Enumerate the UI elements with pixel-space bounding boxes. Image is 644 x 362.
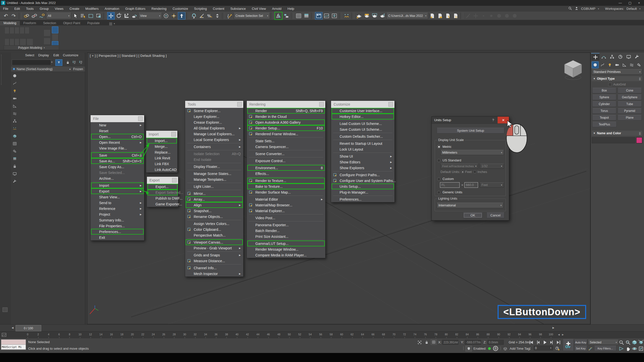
custom-radio[interactable] xyxy=(437,177,440,181)
account-name[interactable]: CGBUMP xyxy=(581,7,595,11)
import_sub-menu-pin-icon[interactable] xyxy=(171,132,176,137)
menu-item-import[interactable]: Import... xyxy=(146,138,177,144)
help-icon[interactable]: ? xyxy=(492,118,494,122)
bind-spacewarp-icon[interactable] xyxy=(38,12,46,20)
customize-menu-pin-icon[interactable] xyxy=(388,102,393,107)
plus-disabled-icon[interactable] xyxy=(472,12,479,20)
caddy-shield-icon[interactable] xyxy=(465,346,472,351)
menu-item-all-global-explorers[interactable]: All Global Explorers▶ xyxy=(185,125,243,131)
mirror-icon[interactable] xyxy=(275,12,282,20)
menu-item-channel-info[interactable]: Channel Info... xyxy=(185,265,243,271)
ribbon-config-icon[interactable] xyxy=(109,22,112,25)
menu-item-share-view[interactable]: Share View... xyxy=(91,194,144,200)
menu-item-manage-templates[interactable]: Manage Templates... xyxy=(185,176,243,182)
close-button[interactable]: × xyxy=(638,1,640,5)
object-name-field[interactable] xyxy=(592,137,635,143)
menu-item-mirror[interactable]: Mirror... xyxy=(185,191,243,196)
menu-item-open-autodesk-a360-gallery[interactable]: Open Autodesk A360 Gallery xyxy=(247,119,325,125)
mini-track-icon[interactable] xyxy=(343,12,350,20)
time-slider-track[interactable]: ◀ 0 / 100 ▶ xyxy=(0,324,644,332)
create-pyramid-button[interactable]: Pyramid xyxy=(618,108,642,114)
search-clear-icon[interactable]: × xyxy=(51,60,53,64)
select-by-name-icon[interactable] xyxy=(79,12,87,20)
menu-item-rename-objects[interactable]: Rename Objects... xyxy=(185,214,243,219)
subtab-systems[interactable] xyxy=(635,61,642,68)
snap-angle-icon[interactable] xyxy=(198,12,206,20)
workspaces-value[interactable]: Default xyxy=(626,7,637,11)
menu-item-measure-distance[interactable]: Measure Distance... xyxy=(185,258,243,264)
us-unit-dropdown[interactable]: Feet w/Fractional Inches▾ xyxy=(440,164,478,169)
menu-item-camera-sequencer[interactable]: Camera Sequencer... xyxy=(247,144,325,150)
hidden-icon[interactable] xyxy=(13,172,17,177)
select-scale-icon[interactable] xyxy=(123,12,130,20)
particles-icon[interactable] xyxy=(13,126,17,132)
explorer-menu-edit[interactable]: Edit xyxy=(53,53,59,57)
ribbon-tab-object-paint[interactable]: Object Paint xyxy=(60,21,84,25)
menu-item-end-isolate[interactable]: End Isolate xyxy=(185,157,243,162)
add-time-tag[interactable]: Add Time Tag xyxy=(510,347,530,350)
menu-item-print-size-assistant[interactable]: Print Size Assistant... xyxy=(247,234,325,239)
select-manipulate-icon[interactable] xyxy=(170,12,178,20)
ribbon-tab-populate[interactable]: Populate xyxy=(84,21,103,25)
menu-group[interactable]: Group xyxy=(37,6,52,12)
explorer-menu-customize[interactable]: Customize xyxy=(63,53,78,57)
create-cylinder-button[interactable]: Cylinder xyxy=(592,101,616,107)
selection-lock-icon[interactable] xyxy=(424,339,430,345)
menu-item-render-to-texture[interactable]: Render to Texture... xyxy=(247,178,325,184)
snap-3d-icon[interactable]: 3 xyxy=(190,12,198,20)
menu-item-material-editor[interactable]: Material Editor▶ xyxy=(247,196,325,202)
scene-script-gear-icon[interactable] xyxy=(428,12,436,20)
viewport-label[interactable]: [ + ] [ Perspective ] [ Standard ] [ Def… xyxy=(90,54,167,58)
menu-item-show-editors[interactable]: Show Editors▶ xyxy=(331,159,394,165)
menu-item-link-fbx[interactable]: Link FBX xyxy=(146,161,177,167)
rendered-frame-icon[interactable] xyxy=(371,12,378,20)
tab-motion[interactable] xyxy=(616,53,624,61)
menu-item-load-custom-ui-scheme[interactable]: Load Custom UI Scheme... xyxy=(331,121,394,126)
frozen-icon[interactable] xyxy=(13,164,17,169)
selection-filter-dropdown[interactable]: All▾ xyxy=(46,13,71,19)
menu-item-save-as[interactable]: Save As...Shift+Ctrl+S xyxy=(91,158,144,164)
dot-large-icon[interactable] xyxy=(503,12,511,20)
metric-radio[interactable] xyxy=(437,145,440,148)
scene-script-folder-icon[interactable] xyxy=(436,12,444,20)
dot-large-icon[interactable] xyxy=(495,12,503,20)
menu-item-render-surface-map[interactable]: Render Surface Map... xyxy=(247,189,325,195)
ribbon-shrink-button[interactable] xyxy=(27,38,33,46)
menu-item-assign-vertex-colors[interactable]: Assign Vertex Colors... xyxy=(185,221,243,227)
menu-item-material-explorer[interactable]: Material Explorer... xyxy=(247,208,325,214)
dot-medium-icon[interactable] xyxy=(488,12,495,20)
set-key-button[interactable]: Set Key xyxy=(574,346,587,351)
kbd-override-icon[interactable] xyxy=(178,12,185,20)
menu-edit[interactable]: Edit xyxy=(11,6,23,12)
menu-item-layer-explorer[interactable]: Layer Explorer... xyxy=(185,114,243,119)
coord-system-dropdown[interactable]: View▾ xyxy=(138,13,162,19)
menu-item-export[interactable]: Export... xyxy=(147,184,178,190)
lights-icon[interactable] xyxy=(13,89,17,94)
menu-item-local-scene-explorers[interactable]: Local Scene Explorers▶ xyxy=(185,137,243,143)
menu-item-reset[interactable]: Reset xyxy=(91,128,144,134)
shapes-icon[interactable] xyxy=(13,81,17,86)
menu-item-configure-project-paths[interactable]: Configure Project Paths... xyxy=(331,172,394,178)
go-to-start-button[interactable] xyxy=(528,339,534,345)
unlink-icon[interactable] xyxy=(30,12,38,20)
geometry-icon[interactable] xyxy=(13,74,17,79)
cancel-button[interactable]: Cancel xyxy=(487,212,504,218)
menu-item-save-selected[interactable]: Save Selected... xyxy=(91,170,144,175)
ribbon-vertex-button[interactable] xyxy=(5,27,9,34)
menu-content[interactable]: Content xyxy=(210,6,227,12)
menu-item-summary-info[interactable]: Summary Info... xyxy=(91,217,144,223)
menu-item-reference[interactable]: Reference▶ xyxy=(91,206,144,211)
menu-scripting[interactable]: Scripting xyxy=(191,6,210,12)
curve-editor-icon[interactable] xyxy=(323,12,330,20)
render-setup-icon[interactable] xyxy=(363,12,371,20)
menu-item-array[interactable]: Array... xyxy=(185,196,243,202)
viewport-layout-tab[interactable] xyxy=(3,307,8,312)
create-box-button[interactable]: Box xyxy=(592,88,616,93)
metric-unit-dropdown[interactable]: Millimeters▾ xyxy=(440,150,504,155)
menu-views[interactable]: Views xyxy=(52,6,66,12)
groups-icon[interactable] xyxy=(13,142,17,147)
menu-graph-editors[interactable]: Graph Editors xyxy=(122,6,148,12)
tab-modify[interactable] xyxy=(599,53,608,61)
named-sets-icon[interactable]: { xyxy=(226,12,233,20)
link-icon[interactable] xyxy=(23,12,30,20)
